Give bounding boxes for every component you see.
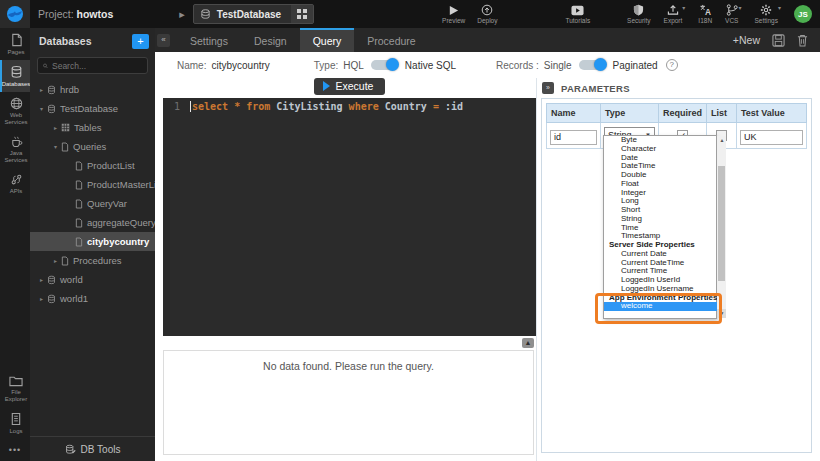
tree-chevron-icon: ▸ xyxy=(51,124,60,131)
tab-procedure[interactable]: Procedure xyxy=(354,28,428,52)
globe-icon xyxy=(10,97,23,110)
no-data-message: No data found. Please run the query. xyxy=(163,350,534,455)
type-option-nativesql: Native SQL xyxy=(405,60,456,71)
sidebar-collapse-button[interactable]: « xyxy=(157,34,170,47)
search-input[interactable] xyxy=(52,61,142,71)
records-option-single: Single xyxy=(544,60,572,71)
tab-bar: « SettingsDesignQueryProcedure +New xyxy=(155,28,820,52)
parameters-title: PARAMETERS xyxy=(561,83,630,94)
query-controls-row: Name: citybycountry Type: HQL Native SQL… xyxy=(155,52,820,78)
tree-item-procedures[interactable]: ▸Procedures xyxy=(30,251,155,270)
help-icon[interactable]: ? xyxy=(666,59,678,71)
rail-item-web-services[interactable]: WebServices xyxy=(0,92,30,130)
rail-item-file-explorer[interactable]: FileExplorer xyxy=(0,370,30,407)
scroll-down-icon[interactable]: ▼ xyxy=(717,309,726,318)
column-header-type: Type xyxy=(601,104,659,123)
vcs-button[interactable]: VCS ▾ xyxy=(725,0,741,28)
rail-item-apis[interactable]: APIs xyxy=(0,168,30,199)
tree-chevron-icon: ▸ xyxy=(37,276,46,283)
delete-icon[interactable] xyxy=(797,34,808,47)
name-label: Name: xyxy=(177,60,206,71)
i18n-button[interactable]: A I18N xyxy=(698,0,712,28)
tree-item-productmasterlist[interactable]: ProductMasterList xyxy=(30,175,155,194)
tree-item-queryvar[interactable]: QueryVar xyxy=(30,194,155,213)
param-name-input[interactable] xyxy=(550,130,597,145)
api-icon xyxy=(10,173,23,186)
doc-icon xyxy=(75,180,83,190)
editor-code-line: select * from CityListing where Country … xyxy=(185,98,463,336)
tab-design[interactable]: Design xyxy=(241,28,300,52)
column-header-required: Required xyxy=(659,104,707,123)
user-avatar[interactable]: JS xyxy=(794,5,812,23)
records-option-paginated: Paginated xyxy=(613,60,658,71)
page-icon xyxy=(10,33,23,47)
tree-item-productlist[interactable]: ProductList xyxy=(30,156,155,175)
shield-icon xyxy=(633,4,644,16)
type-option-hql: HQL xyxy=(343,60,364,71)
cup-icon xyxy=(10,135,23,148)
tree-item-queries[interactable]: ▾Queries xyxy=(30,137,155,156)
project-name: howtos xyxy=(77,8,114,20)
table-icon xyxy=(61,123,70,132)
database-selector[interactable]: TestDatabase xyxy=(193,4,314,24)
rail-item-databases[interactable]: Databases xyxy=(0,60,30,92)
editor-line-number: 1 xyxy=(163,98,185,336)
tab-settings[interactable]: Settings xyxy=(177,28,241,52)
svg-text:A: A xyxy=(705,7,711,16)
grid-view-icon[interactable] xyxy=(291,5,313,23)
settings-button[interactable]: Settings ▾ xyxy=(754,0,781,28)
records-toggle[interactable] xyxy=(579,60,606,70)
param-testvalue-input[interactable] xyxy=(740,130,803,145)
dropdown-scrollbar[interactable]: ▲ ▼ xyxy=(717,136,726,318)
tutorials-button[interactable]: Tutorials xyxy=(565,0,590,28)
project-label: Project: xyxy=(38,8,74,20)
top-bar: Project: howtos ▸ TestDatabase Preview D… xyxy=(0,0,820,28)
doc-icon xyxy=(75,237,83,247)
tree-item-testdatabase[interactable]: ▾TestDatabase xyxy=(30,99,155,118)
type-dropdown-popup: ByteCharacterDateDateTimeDoubleFloatInte… xyxy=(603,135,717,319)
execute-button[interactable]: Execute xyxy=(314,78,386,95)
preview-button[interactable]: Preview xyxy=(442,0,465,28)
deploy-button[interactable]: Deploy xyxy=(477,0,497,28)
tree-item-world[interactable]: ▸world xyxy=(30,270,155,289)
rail-item-java-services[interactable]: JavaServices xyxy=(0,130,30,168)
tree-item-hrdb[interactable]: ▸hrdb xyxy=(30,80,155,99)
db-tools-button[interactable]: DB Tools xyxy=(30,436,155,461)
scroll-up-icon[interactable]: ▲ xyxy=(717,136,726,145)
rail-more-button[interactable]: ••• xyxy=(0,439,30,461)
type-toggle[interactable] xyxy=(371,60,398,70)
database-icon xyxy=(200,8,211,20)
db-tools-icon xyxy=(65,444,76,455)
deploy-icon xyxy=(481,4,493,16)
sql-editor[interactable]: 1 select * from CityListing where Countr… xyxy=(163,98,536,336)
preview-play-icon xyxy=(448,5,459,16)
save-icon[interactable] xyxy=(772,34,785,47)
scrollbar-thumb[interactable] xyxy=(718,166,725,281)
rail-item-logs[interactable]: Logs xyxy=(0,407,30,439)
db-icon xyxy=(47,104,56,114)
new-query-button[interactable]: +New xyxy=(733,34,760,46)
collapse-results-button[interactable]: ▲ xyxy=(522,338,534,348)
db-icon xyxy=(47,275,56,285)
query-name-value: citybycountry xyxy=(211,60,269,71)
wavemaker-logo[interactable] xyxy=(0,0,30,28)
tree-item-aggregatequery[interactable]: aggregateQuery xyxy=(30,213,155,232)
records-label: Records : xyxy=(496,60,539,71)
db-icon xyxy=(10,65,23,79)
add-database-button[interactable]: + xyxy=(132,34,149,49)
tree-item-world1[interactable]: ▸world1 xyxy=(30,289,155,308)
expand-parameters-button[interactable]: » xyxy=(542,82,554,94)
tab-query[interactable]: Query xyxy=(300,28,355,52)
video-icon xyxy=(571,5,584,16)
dropdown-option-welcome[interactable]: welcome xyxy=(604,302,717,311)
security-button[interactable]: Security xyxy=(627,0,650,28)
database-selector-value: TestDatabase xyxy=(217,9,281,20)
sidebar-search[interactable] xyxy=(37,57,148,74)
tree-item-citybycountry[interactable]: citybycountry xyxy=(30,232,155,251)
export-button[interactable]: Export ▾ xyxy=(664,0,686,28)
rail-item-pages[interactable]: Pages xyxy=(0,28,30,60)
log-icon xyxy=(10,412,22,426)
tree-item-tables[interactable]: ▸Tables xyxy=(30,118,155,137)
database-tree: ▸hrdb▾TestDatabase▸Tables▾QueriesProduct… xyxy=(30,80,155,436)
type-label: Type: xyxy=(314,60,338,71)
